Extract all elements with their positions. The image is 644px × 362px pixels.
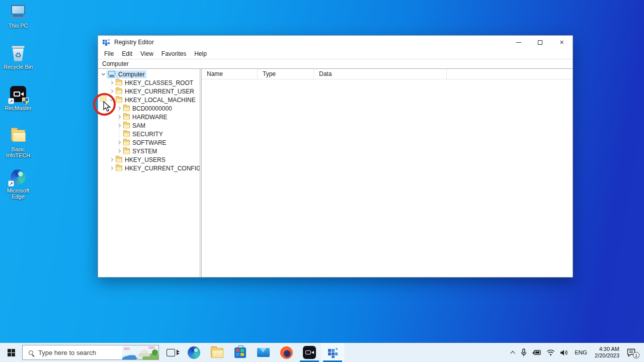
tree-item-sam[interactable]: SAM — [98, 121, 200, 130]
menu-help[interactable]: Help — [190, 50, 211, 57]
column-header-type[interactable]: Type — [258, 69, 314, 79]
menu-edit[interactable]: Edit — [118, 50, 136, 57]
desktop-background: This PC ♻ Recycle Bin RecMaster Basic In… — [0, 0, 644, 362]
taskbar-search[interactable] — [22, 345, 159, 360]
menu-favorites[interactable]: Favorites — [157, 50, 190, 57]
tray-volume-button[interactable] — [557, 343, 571, 362]
minimize-button[interactable] — [508, 36, 529, 49]
desktop-icon-recycle-bin[interactable]: ♻ Recycle Bin — [3, 44, 33, 85]
column-header-name[interactable]: Name — [202, 69, 258, 79]
edge-icon — [188, 346, 200, 359]
window-title: Registry Editor — [114, 39, 154, 46]
file-explorer-icon — [211, 348, 223, 357]
tree-item-security[interactable]: SECURITY — [98, 130, 200, 138]
firefox-icon — [280, 346, 293, 359]
close-button[interactable]: × — [551, 36, 573, 49]
folder-icon — [116, 165, 122, 171]
window-controls: × — [508, 36, 573, 49]
tree-item-hkey-current-user[interactable]: HKEY_CURRENT_USER — [98, 87, 200, 96]
folder-icon — [123, 106, 130, 111]
tray-overflow-button[interactable] — [509, 343, 518, 362]
tray-time: 4:30 AM — [599, 346, 619, 352]
desktop-icon-recmaster[interactable]: RecMaster — [3, 85, 33, 127]
uac-shield-icon — [22, 98, 29, 105]
close-icon: × — [559, 39, 564, 46]
tree-item-software[interactable]: SOFTWARE — [98, 138, 200, 147]
tray-language-indicator[interactable]: ENG — [571, 349, 591, 355]
registry-values-pane: Name Type Data — [202, 69, 573, 277]
mouse-cursor-icon — [103, 101, 112, 112]
speaker-icon — [560, 349, 569, 356]
tree-item-hkey-users[interactable]: HKEY_USERS — [98, 155, 200, 164]
chevron-right-icon[interactable] — [108, 88, 115, 95]
windows-logo-icon — [8, 349, 15, 356]
microphone-icon — [520, 348, 527, 357]
column-header-data[interactable]: Data — [314, 69, 447, 79]
tree-item-hardware[interactable]: HARDWARE — [98, 113, 200, 121]
desktop-icon-label: This PC — [8, 23, 28, 29]
taskbar-store-button[interactable] — [228, 343, 252, 362]
registry-editor-window: Registry Editor × File Edit View Favorit… — [98, 35, 573, 278]
chevron-up-icon — [510, 350, 515, 355]
recmaster-icon — [303, 346, 316, 359]
folder-icon — [123, 114, 130, 120]
folder-icon — [123, 140, 130, 145]
start-button[interactable] — [0, 343, 22, 362]
search-input[interactable] — [38, 349, 122, 356]
search-icon — [29, 350, 33, 355]
chevron-right-icon[interactable] — [108, 165, 115, 171]
microsoft-store-icon — [234, 347, 246, 358]
taskbar-registry-editor-button[interactable] — [321, 343, 344, 362]
shortcut-arrow-icon — [8, 180, 14, 187]
edge-icon — [9, 168, 28, 186]
folder-icon — [9, 127, 28, 145]
tree-item-computer[interactable]: Computer — [98, 70, 200, 78]
folder-icon — [116, 97, 122, 103]
tray-network-button[interactable] — [544, 343, 557, 362]
minimize-icon — [516, 42, 521, 43]
search-highlight-illustration[interactable] — [122, 345, 158, 359]
menu-file[interactable]: File — [100, 50, 118, 57]
maximize-icon — [538, 40, 542, 45]
tray-battery-button[interactable] — [530, 343, 544, 362]
tree-item-system[interactable]: SYSTEM — [98, 147, 200, 155]
taskbar-recmaster-button[interactable] — [298, 343, 321, 362]
battery-icon — [532, 349, 541, 356]
tree-item-hkey-classes-root[interactable]: HKEY_CLASSES_ROOT — [98, 78, 200, 87]
chevron-right-icon[interactable] — [108, 156, 115, 163]
notification-center-button[interactable]: 1 — [623, 343, 641, 362]
chevron-down-icon[interactable] — [100, 71, 107, 77]
recmaster-icon — [9, 85, 28, 104]
taskbar-mail-button[interactable] — [252, 343, 275, 362]
taskbar-apps — [159, 343, 344, 362]
shortcut-arrow-icon — [8, 98, 14, 104]
taskbar-edge-button[interactable] — [182, 343, 205, 362]
desktop-icon-microsoft-edge[interactable]: Microsoft Edge — [3, 168, 33, 209]
tray-microphone-button[interactable] — [518, 343, 530, 362]
folder-icon — [123, 131, 130, 137]
folder-icon — [123, 123, 130, 128]
title-bar[interactable]: Registry Editor × — [98, 36, 573, 49]
desktop-icon-list: This PC ♻ Recycle Bin RecMaster Basic In… — [3, 3, 33, 209]
desktop-icon-this-pc[interactable]: This PC — [3, 3, 33, 44]
tray-date: 2/20/2023 — [595, 352, 619, 359]
task-view-icon — [167, 349, 175, 356]
maximize-button[interactable] — [529, 36, 551, 49]
tray-clock[interactable]: 4:30 AM 2/20/2023 — [591, 346, 623, 359]
menu-view[interactable]: View — [136, 50, 157, 57]
task-view-button[interactable] — [159, 343, 182, 362]
menu-bar: File Edit View Favorites Help — [98, 49, 573, 59]
chevron-right-icon[interactable] — [108, 79, 115, 86]
address-bar[interactable]: Computer — [98, 59, 573, 69]
desktop-icon-basic-infotech[interactable]: Basic InfoTECH — [3, 127, 33, 168]
taskbar-firefox-button[interactable] — [275, 343, 298, 362]
notification-count-badge: 1 — [633, 352, 639, 358]
tree-item-hkey-current-config[interactable]: HKEY_CURRENT_CONFIG — [98, 164, 200, 172]
column-header-filler — [447, 69, 573, 79]
taskbar-file-explorer-button[interactable] — [205, 343, 228, 362]
column-headers: Name Type Data — [202, 69, 573, 79]
recycle-bin-icon: ♻ — [9, 44, 28, 62]
desktop-icon-label: Microsoft Edge — [3, 188, 33, 200]
mail-icon — [257, 348, 270, 357]
system-tray: ENG 4:30 AM 2/20/2023 1 — [509, 343, 644, 362]
